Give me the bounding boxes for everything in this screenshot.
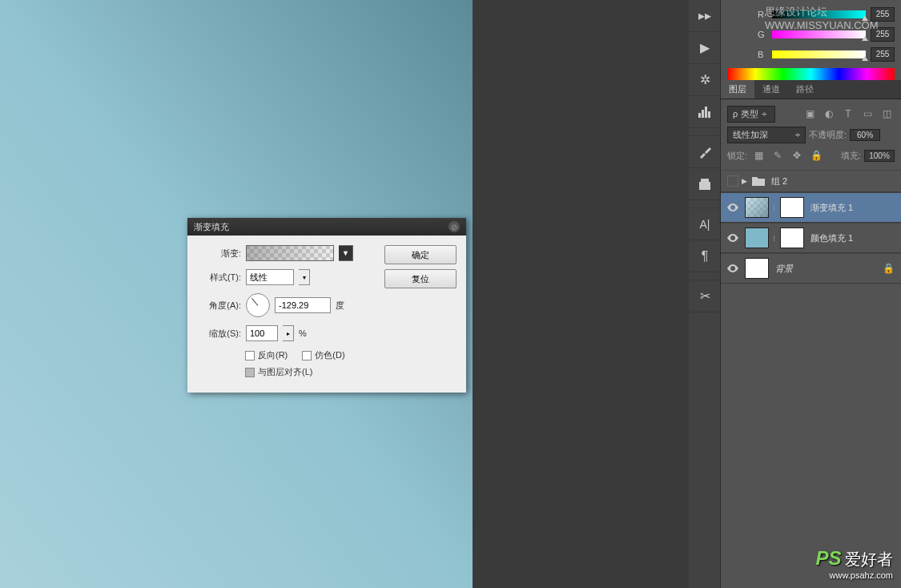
divider-icon (689, 128, 721, 136)
layer-name: 组 2 (771, 175, 787, 187)
gradient-label: 渐变: (197, 248, 241, 260)
eye-icon[interactable] (724, 260, 742, 277)
angle-label: 角度(A): (197, 300, 241, 312)
g-label: G (758, 30, 767, 39)
layer-color-fill[interactable]: ⁞ 颜色填充 1 (721, 223, 901, 253)
link-icon[interactable]: ⁞ (769, 228, 778, 248)
color-panel: R 255 G 255 B 255 (721, 0, 901, 80)
gradient-dropdown-icon[interactable]: ▼ (339, 245, 353, 261)
folder-icon (752, 175, 765, 187)
scale-label: 缩放(S): (197, 328, 241, 340)
filter-kind-dropdown[interactable]: ρ 类型 ÷ (727, 106, 775, 123)
opacity-label: 不透明度: (809, 129, 847, 141)
play-icon[interactable]: ▶ (689, 32, 721, 64)
tab-channels[interactable]: 通道 (754, 80, 788, 99)
reverse-label: 反向(R) (258, 349, 288, 361)
lock-all-icon[interactable]: 🔒 (808, 147, 824, 163)
group-vis-checkbox[interactable] (727, 175, 738, 187)
tools-icon[interactable]: ✂ (689, 280, 721, 312)
lock-label: 锁定: (727, 150, 747, 162)
layer-thumb[interactable] (745, 228, 769, 248)
workspace-bg (473, 0, 689, 588)
style-dropdown-icon[interactable]: ▾ (299, 269, 310, 285)
mask-thumb[interactable] (780, 228, 804, 248)
filter-adjust-icon[interactable]: ◐ (821, 106, 837, 122)
style-label: 样式(T): (197, 272, 241, 284)
reset-button[interactable]: 复位 (384, 269, 457, 288)
collapse-icon[interactable]: ▸▸ (689, 0, 721, 32)
character-icon[interactable]: A| (689, 208, 721, 240)
svg-rect-1 (702, 110, 704, 118)
expand-icon[interactable]: ▶ (742, 177, 747, 185)
b-label: B (758, 50, 767, 59)
opacity-value[interactable]: 60% (850, 129, 880, 141)
vertical-toolbar: ▸▸ ▶ ✲ A| ¶ ✂ (689, 0, 721, 588)
link-icon[interactable]: ⁞ (769, 197, 778, 218)
reverse-checkbox[interactable] (245, 351, 255, 360)
g-value[interactable]: 255 (871, 27, 895, 42)
eye-icon[interactable] (724, 229, 742, 247)
ok-button[interactable]: 确定 (384, 245, 457, 264)
layer-list: ▶ 组 2 ⁞ 渐变填充 1 ⁞ 颜色填充 1 背景 🔒 (721, 170, 901, 284)
close-icon[interactable]: ⊘ (448, 221, 460, 232)
align-label: 与图层对齐(L) (258, 366, 312, 378)
lock-move-icon[interactable]: ✥ (789, 147, 805, 163)
wheel-icon[interactable]: ✲ (689, 64, 721, 96)
b-slider[interactable] (772, 50, 866, 58)
mask-thumb[interactable] (780, 197, 804, 218)
lock-trans-icon[interactable]: ▦ (750, 147, 766, 163)
align-checkbox[interactable] (245, 368, 255, 377)
lock-paint-icon[interactable]: ✎ (770, 147, 786, 163)
eye-icon[interactable] (724, 199, 742, 216)
angle-unit: 度 (336, 300, 344, 312)
b-value[interactable]: 255 (871, 47, 895, 62)
scale-input[interactable] (246, 325, 278, 341)
gradient-preview[interactable] (246, 245, 334, 261)
dither-label: 仿色(D) (315, 349, 344, 361)
scale-unit: % (299, 328, 307, 338)
filter-smart-icon[interactable]: ◫ (879, 106, 895, 122)
panel-tabs: 图层 通道 路径 (721, 80, 901, 99)
angle-input[interactable] (275, 297, 331, 313)
g-slider[interactable] (772, 30, 866, 38)
layer-thumb[interactable] (745, 258, 769, 279)
fill-value[interactable]: 100% (864, 150, 895, 162)
r-slider[interactable] (772, 10, 866, 18)
tab-layers[interactable]: 图层 (721, 80, 754, 99)
layer-background[interactable]: 背景 🔒 (721, 253, 901, 284)
lock-icon: 🔒 (883, 263, 895, 274)
layer-name: 颜色填充 1 (810, 232, 853, 244)
layer-name: 背景 (775, 263, 793, 275)
angle-dial[interactable] (246, 293, 270, 317)
brush-preset-icon[interactable] (689, 136, 721, 168)
clone-icon[interactable] (689, 168, 721, 200)
layer-group[interactable]: ▶ 组 2 (721, 170, 901, 192)
layer-gradient-fill[interactable]: ⁞ 渐变填充 1 (721, 192, 901, 223)
hue-strip[interactable] (727, 68, 895, 81)
svg-rect-3 (708, 111, 710, 118)
divider3-icon (689, 272, 721, 280)
svg-rect-0 (698, 113, 701, 118)
divider2-icon (689, 200, 721, 208)
dialog-title-text: 渐变填充 (194, 221, 229, 233)
tab-paths[interactable]: 路径 (788, 80, 822, 99)
r-value[interactable]: 255 (871, 7, 895, 22)
paragraph-icon[interactable]: ¶ (689, 240, 721, 272)
filter-pixel-icon[interactable]: ▣ (802, 106, 818, 122)
filter-type-icon[interactable]: T (840, 106, 856, 122)
svg-rect-2 (705, 107, 707, 118)
dither-checkbox[interactable] (302, 351, 312, 360)
layer-controls: ρ 类型 ÷ ▣ ◐ T ▭ ◫ 线性加深÷ 不透明度: 60% 锁定: ▦ ✎… (721, 99, 901, 170)
style-select[interactable]: 线性 (246, 269, 294, 285)
gradient-fill-dialog: 渐变填充 ⊘ 渐变: ▼ 样式(T): 线性 ▾ 角度(A): 度 缩放(S): (187, 218, 466, 393)
right-panel: R 255 G 255 B 255 图层 通道 路径 ρ 类型 ÷ ▣ ◐ T … (721, 0, 901, 588)
filter-shape-icon[interactable]: ▭ (859, 106, 875, 122)
scale-stepper-icon[interactable]: ▸ (283, 325, 294, 341)
r-label: R (758, 10, 767, 19)
blend-mode-dropdown[interactable]: 线性加深÷ (727, 127, 806, 143)
fill-label: 填充: (841, 150, 861, 162)
layer-thumb[interactable] (745, 197, 769, 218)
histogram-icon[interactable] (689, 96, 721, 128)
dialog-titlebar[interactable]: 渐变填充 ⊘ (187, 218, 466, 236)
layer-name: 渐变填充 1 (810, 202, 853, 214)
